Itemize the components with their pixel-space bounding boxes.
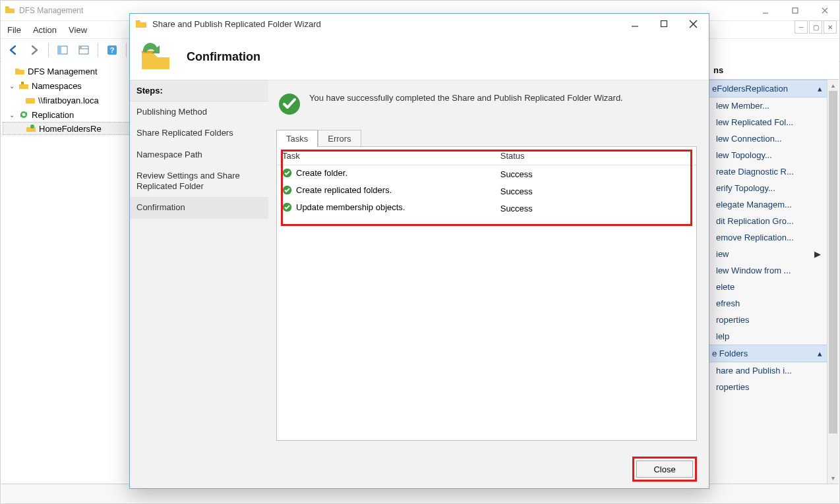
action-item-label: lew Replicated Fol... — [716, 117, 793, 127]
col-task[interactable]: Task — [277, 147, 495, 165]
expand-icon[interactable]: ⌄ — [8, 111, 16, 119]
action-item[interactable]: elegate Managem... — [707, 196, 827, 213]
toolbar-separator — [48, 43, 49, 57]
tree-namespace-item[interactable]: \\firatboyan.loca — [3, 93, 135, 107]
app-title: DFS Management — [19, 6, 83, 15]
dialog-header: Confirmation — [130, 34, 709, 80]
action-item[interactable]: elete — [707, 279, 827, 295]
action-item[interactable]: efresh — [707, 295, 827, 312]
menu-view[interactable]: View — [69, 25, 87, 35]
svg-rect-16 — [21, 82, 24, 84]
tab-errors[interactable]: Errors — [318, 130, 361, 147]
action-item[interactable]: emove Replication... — [707, 229, 827, 246]
tree-root[interactable]: DFS Management — [3, 64, 135, 78]
tasks-table: Task Status Create folder. Success Creat… — [277, 147, 696, 217]
action-item[interactable]: roperties — [707, 379, 827, 395]
actions-group-replication[interactable]: eFoldersReplication ▴ — [707, 80, 827, 98]
action-item-view[interactable]: iew▶ — [707, 246, 827, 262]
mdi-restore[interactable]: ▢ — [809, 20, 822, 34]
task-success-icon — [282, 185, 292, 195]
menu-action[interactable]: Action — [33, 25, 57, 35]
action-item[interactable]: hare and Publish i... — [707, 362, 827, 379]
toolbar-back-button[interactable] — [5, 42, 22, 59]
dialog-minimize-button[interactable] — [622, 15, 648, 32]
toolbar-help-button[interactable]: ? — [104, 42, 121, 59]
collapse-icon: ▴ — [818, 349, 822, 358]
action-item[interactable]: reate Diagnostic R... — [707, 163, 827, 180]
toolbar-separator-3 — [126, 43, 127, 57]
action-item[interactable]: lew Member... — [707, 98, 827, 114]
scroll-up-icon[interactable]: ▴ — [827, 80, 839, 91]
actions-pane: ns eFoldersReplication ▴ lew Member... l… — [707, 61, 839, 484]
dialog-close-button[interactable] — [680, 15, 706, 32]
actions-group-label: e Folders — [712, 349, 748, 358]
action-item[interactable]: lew Topology... — [707, 147, 827, 163]
task-success-icon — [282, 168, 292, 178]
task-name: Create folder. — [296, 168, 347, 178]
main-minimize-button[interactable] — [750, 1, 780, 20]
namespaces-icon — [18, 80, 29, 91]
wizard-step[interactable]: Publishing Method — [130, 101, 268, 123]
task-success-icon — [282, 202, 292, 212]
mdi-minimize[interactable]: ─ — [795, 20, 808, 34]
svg-text:?: ? — [110, 46, 115, 54]
action-item-label: lew Window from ... — [716, 266, 791, 275]
mdi-close[interactable]: ✕ — [824, 20, 837, 34]
collapse-icon: ▴ — [818, 84, 822, 94]
tree-namespace-item-label: \\firatboyan.loca — [38, 96, 99, 105]
wizard-step[interactable]: Share Replicated Folders — [130, 123, 268, 144]
table-row[interactable]: Create folder. Success — [277, 165, 696, 183]
toolbar-show-tree-button[interactable] — [54, 42, 71, 59]
action-item[interactable]: dit Replication Gro... — [707, 213, 827, 229]
wizard-step[interactable]: Namespace Path — [130, 144, 268, 165]
toolbar-forward-button[interactable] — [26, 42, 43, 59]
svg-rect-20 — [661, 21, 667, 27]
col-status[interactable]: Status — [495, 147, 630, 165]
namespace-item-icon — [25, 95, 36, 105]
main-maximize-button[interactable] — [780, 1, 810, 20]
action-item[interactable]: lew Connection... — [707, 130, 827, 147]
tree-pane: DFS Management ⌄ Namespaces \\firatboyan… — [1, 61, 136, 484]
svg-rect-17 — [26, 98, 35, 103]
main-close-button[interactable] — [810, 1, 839, 20]
action-item-label: lelp — [716, 331, 729, 341]
scroll-down-icon[interactable]: ▾ — [827, 472, 839, 484]
tab-label: Tasks — [286, 134, 308, 144]
wizard-main: You have successfully completed the Shar… — [268, 80, 709, 450]
tab-tasks[interactable]: Tasks — [276, 130, 318, 147]
success-message: You have successfully completed the Shar… — [309, 92, 623, 104]
col-spacer — [629, 147, 696, 165]
action-item-label: roperties — [716, 382, 750, 392]
mdi-system-buttons: ─ ▢ ✕ — [795, 20, 837, 34]
tree-replication-item[interactable]: HomeFoldersRe — [3, 122, 135, 135]
actions-group-folders[interactable]: e Folders ▴ — [707, 345, 827, 362]
dialog-maximize-button[interactable] — [651, 15, 677, 32]
svg-rect-5 — [58, 46, 61, 54]
task-status: Success — [495, 200, 630, 217]
tree-root-label: DFS Management — [28, 67, 98, 76]
action-item[interactable]: roperties — [707, 312, 827, 328]
table-row[interactable]: Update membership objects. Success — [277, 200, 696, 217]
actions-scrollbar[interactable]: ▴ ▾ — [827, 80, 839, 484]
action-item[interactable]: lew Window from ... — [707, 262, 827, 279]
toolbar-properties-button[interactable] — [75, 42, 92, 59]
scroll-thumb[interactable] — [829, 91, 837, 434]
expand-icon[interactable]: ⌄ — [8, 82, 16, 90]
action-item[interactable]: lew Replicated Fol... — [707, 114, 827, 130]
tree-replication[interactable]: ⌄ Replication — [3, 107, 135, 122]
menu-file[interactable]: File — [7, 25, 21, 35]
action-item[interactable]: erify Topology... — [707, 180, 827, 196]
action-item-label: efresh — [716, 298, 740, 308]
action-item-label: reate Diagnostic R... — [716, 167, 794, 177]
dialog-footer: Close — [130, 450, 709, 488]
tree-namespaces[interactable]: ⌄ Namespaces — [3, 78, 135, 93]
tree-replication-item-label: HomeFoldersRe — [39, 124, 102, 134]
table-row[interactable]: Create replicated folders. Success — [277, 182, 696, 200]
action-item[interactable]: lelp — [707, 328, 827, 345]
wizard-step[interactable]: Review Settings and Share Replicated Fol… — [130, 165, 268, 198]
action-item-label: roperties — [716, 315, 750, 325]
wizard-step-current[interactable]: Confirmation — [130, 197, 268, 218]
action-item-label: emove Replication... — [716, 233, 794, 242]
close-button[interactable]: Close — [636, 461, 693, 478]
action-item-label: elegate Managem... — [716, 200, 792, 210]
